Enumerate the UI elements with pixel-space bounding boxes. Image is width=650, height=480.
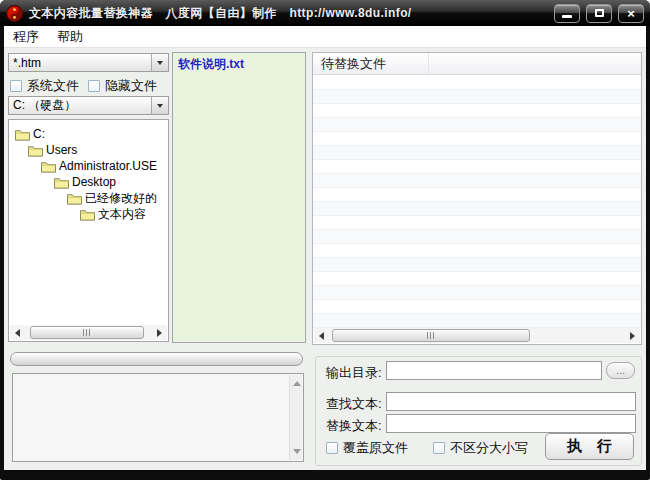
- folder-icon: [41, 160, 56, 173]
- output-dir-input[interactable]: [386, 361, 602, 380]
- scroll-up-icon[interactable]: [290, 376, 303, 389]
- overwrite-checkbox[interactable]: [326, 442, 338, 454]
- target-list-header: 待替换文件: [313, 53, 641, 75]
- log-vertical-scrollbar[interactable]: [289, 375, 302, 460]
- overwrite-label: 覆盖原文件: [343, 439, 408, 457]
- folder-icon: [15, 128, 30, 141]
- menubar: 程序 帮助: [4, 26, 646, 48]
- system-files-option: 系统文件: [10, 77, 79, 95]
- menu-program[interactable]: 程序: [4, 26, 48, 48]
- grip-icon: [83, 329, 92, 336]
- maximize-button[interactable]: [586, 4, 612, 23]
- drive-combobox[interactable]: C: （硬盘）: [8, 96, 169, 115]
- overwrite-option: 覆盖原文件: [326, 439, 408, 457]
- tree-item-users[interactable]: Users: [28, 142, 168, 158]
- target-list-horizontal-scrollbar[interactable]: [314, 328, 640, 343]
- tree-item-administrator[interactable]: Administrator.USE: [41, 158, 168, 174]
- client-area: *.htm 系统文件 隐藏文件 C: （硬盘） C:: [4, 48, 646, 470]
- scroll-right-icon[interactable]: [626, 328, 640, 343]
- scroll-left-icon[interactable]: [314, 328, 328, 343]
- file-pattern-value: *.htm: [9, 54, 151, 71]
- taiji-icon: [6, 5, 23, 22]
- log-textarea[interactable]: [12, 373, 304, 462]
- hidden-files-label: 隐藏文件: [105, 77, 157, 95]
- list-item[interactable]: 软件说明.txt: [173, 53, 305, 76]
- ignore-case-option: 不区分大小写: [433, 439, 528, 457]
- file-pattern-dropdown-button[interactable]: [151, 54, 168, 71]
- maximize-icon: [595, 9, 604, 17]
- folder-icon: [28, 144, 43, 157]
- folder-icon: [54, 176, 69, 189]
- find-text-label: 查找文本:: [326, 395, 382, 413]
- titlebar: 文本内容批量替换神器 八度网【自由】制作 http://www.8du.info…: [0, 0, 650, 26]
- tree-item-text-content-folder[interactable]: 文本内容: [80, 206, 168, 222]
- hidden-files-checkbox[interactable]: [88, 80, 100, 92]
- menu-help[interactable]: 帮助: [48, 26, 92, 48]
- system-files-checkbox[interactable]: [10, 80, 22, 92]
- system-files-label: 系统文件: [27, 77, 79, 95]
- progress-bar: [10, 352, 303, 366]
- ignore-case-checkbox[interactable]: [433, 442, 445, 454]
- target-file-list: 待替换文件: [312, 52, 642, 345]
- chevron-down-icon: [157, 61, 163, 68]
- file-pattern-combobox[interactable]: *.htm: [8, 53, 169, 72]
- tree-horizontal-scrollbar[interactable]: [10, 325, 167, 340]
- scroll-left-icon[interactable]: [10, 325, 24, 340]
- drive-dropdown-button[interactable]: [151, 97, 168, 114]
- hidden-files-option: 隐藏文件: [88, 77, 157, 95]
- folder-icon: [67, 192, 82, 205]
- browse-button[interactable]: ...: [606, 362, 635, 379]
- tree-item-drive[interactable]: C:: [15, 126, 168, 142]
- replace-text-label: 替换文本:: [326, 417, 382, 435]
- minimize-icon: [562, 15, 572, 18]
- chevron-down-icon: [157, 104, 163, 111]
- folder-tree: C: Users Administrator.USE Desktop 已经修改好…: [8, 119, 169, 342]
- ignore-case-label: 不区分大小写: [450, 439, 528, 457]
- app-window: 文本内容批量替换神器 八度网【自由】制作 http://www.8du.info…: [0, 0, 650, 480]
- target-list-scrollbar-thumb[interactable]: [332, 329, 530, 342]
- folder-icon: [80, 208, 95, 221]
- folder-tree-items: C: Users Administrator.USE Desktop 已经修改好…: [9, 120, 168, 222]
- close-button[interactable]: ×: [618, 4, 644, 23]
- scroll-right-icon[interactable]: [153, 325, 167, 340]
- find-text-input[interactable]: [386, 392, 636, 411]
- column-header[interactable]: 待替换文件: [313, 53, 429, 74]
- actions-groupbox: 输出目录: ... 查找文本: 替换文本: 覆盖原文件 不区分大小写 执 行: [315, 356, 642, 466]
- replace-text-input[interactable]: [386, 414, 636, 433]
- matched-file-list: 软件说明.txt: [172, 52, 306, 343]
- target-list-rows: [313, 76, 641, 328]
- scroll-down-icon[interactable]: [290, 446, 303, 459]
- execute-button[interactable]: 执 行: [545, 433, 634, 460]
- window-controls: ×: [554, 4, 644, 23]
- minimize-button[interactable]: [554, 4, 580, 23]
- close-icon: ×: [627, 7, 635, 20]
- tree-item-desktop[interactable]: Desktop: [54, 174, 168, 190]
- tree-scrollbar-thumb[interactable]: [30, 326, 144, 339]
- output-dir-label: 输出目录:: [326, 364, 382, 382]
- drive-value: C: （硬盘）: [9, 97, 151, 114]
- window-title: 文本内容批量替换神器 八度网【自由】制作 http://www.8du.info…: [29, 5, 412, 22]
- tree-item-modified-folder[interactable]: 已经修改好的: [67, 190, 168, 206]
- grip-icon: [427, 332, 436, 339]
